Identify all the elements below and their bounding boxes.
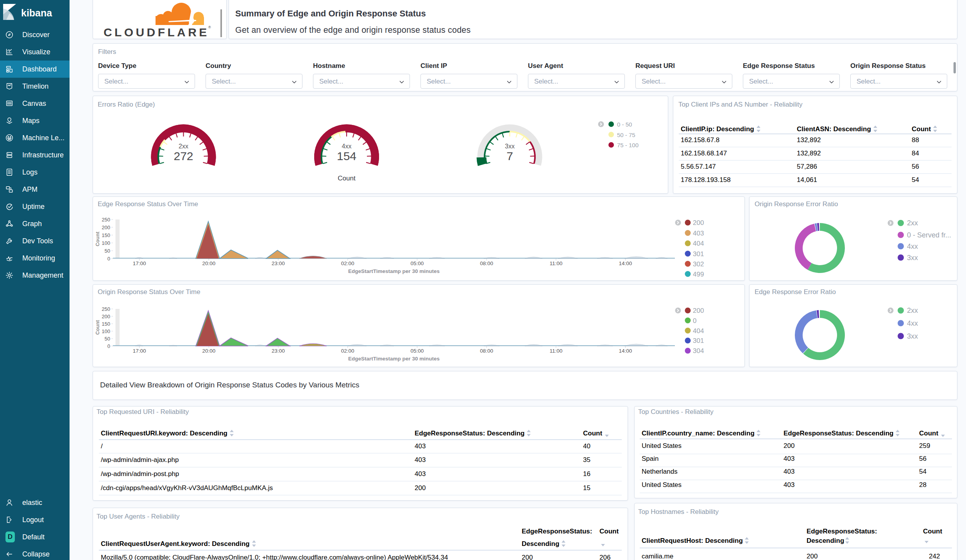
- svg-text:ClientRequestUserAgent.keyword: ClientRequestUserAgent.keyword: Descendi…: [101, 540, 250, 548]
- svg-text:Count: Count: [919, 430, 938, 437]
- svg-text:®: ®: [208, 25, 211, 29]
- svg-text:403: 403: [784, 468, 794, 475]
- svg-text:Count: Count: [923, 528, 942, 535]
- svg-text:02:00: 02:00: [341, 260, 354, 266]
- svg-text:0: 0: [107, 343, 110, 349]
- svg-text:0 - 50: 0 - 50: [617, 121, 632, 128]
- svg-text:Spain: Spain: [642, 455, 658, 462]
- svg-text:178.128.193.158: 178.128.193.158: [681, 176, 731, 184]
- svg-text:272: 272: [174, 150, 193, 162]
- svg-text:/: /: [101, 442, 103, 450]
- svg-text:14:00: 14:00: [619, 348, 632, 354]
- svg-text:Netherlands: Netherlands: [642, 468, 678, 475]
- svg-text:16: 16: [583, 470, 590, 478]
- svg-text:403: 403: [415, 442, 426, 450]
- svg-text:200: 200: [102, 225, 110, 230]
- svg-text:404: 404: [693, 240, 704, 247]
- svg-text:EdgeResponseStatus:: EdgeResponseStatus:: [522, 528, 592, 535]
- svg-text:ClientRequestURI.keyword: Desc: ClientRequestURI.keyword: Descending: [101, 430, 227, 437]
- svg-text:242: 242: [929, 553, 940, 560]
- svg-text:259: 259: [919, 442, 930, 449]
- svg-text:301: 301: [693, 250, 704, 258]
- svg-text:2xx: 2xx: [907, 307, 918, 314]
- svg-text:08:00: 08:00: [480, 260, 493, 266]
- svg-text:403: 403: [784, 455, 794, 462]
- svg-text:20:00: 20:00: [202, 260, 215, 266]
- svg-text:0: 0: [107, 256, 110, 262]
- svg-text:4xx: 4xx: [907, 319, 918, 327]
- svg-text:50: 50: [105, 336, 110, 342]
- svg-text:3xx: 3xx: [907, 332, 918, 340]
- svg-text:100: 100: [102, 328, 110, 334]
- svg-text:150: 150: [102, 232, 110, 238]
- svg-text:200: 200: [102, 314, 110, 319]
- svg-text:ClientIP.country_name: Descend: ClientIP.country_name: Descending: [642, 430, 755, 437]
- svg-text:200: 200: [693, 307, 704, 314]
- svg-text:2xx: 2xx: [179, 143, 188, 150]
- svg-text:162.158.68.147: 162.158.68.147: [681, 150, 727, 157]
- svg-text:404: 404: [693, 327, 704, 335]
- svg-text:162.158.67.8: 162.158.67.8: [681, 136, 719, 144]
- svg-text:4xx: 4xx: [342, 143, 352, 150]
- svg-text:14:00: 14:00: [619, 260, 632, 266]
- svg-text:United States: United States: [642, 442, 682, 449]
- svg-text:ClientIP.ip: Descending: ClientIP.ip: Descending: [681, 125, 754, 133]
- svg-text:20:00: 20:00: [202, 348, 215, 354]
- svg-text:08:00: 08:00: [480, 348, 493, 354]
- svg-text:301: 301: [693, 337, 704, 344]
- svg-text:57,286: 57,286: [797, 163, 817, 170]
- svg-text:Descending: Descending: [522, 540, 559, 548]
- svg-text:403: 403: [693, 230, 704, 237]
- svg-text:23:00: 23:00: [272, 348, 285, 354]
- svg-text:camilia.me: camilia.me: [642, 553, 673, 560]
- svg-text:EdgeStartTimestamp per 30 minu: EdgeStartTimestamp per 30 minutes: [348, 356, 440, 362]
- svg-text:/wp-admin/admin-ajax.php: /wp-admin/admin-ajax.php: [101, 456, 179, 464]
- svg-text:304: 304: [693, 347, 704, 355]
- svg-text:50 - 75: 50 - 75: [617, 132, 635, 138]
- svg-text:17:00: 17:00: [133, 260, 146, 266]
- svg-text:35: 35: [583, 456, 590, 464]
- svg-text:17:00: 17:00: [133, 348, 146, 354]
- svg-text:05:00: 05:00: [411, 260, 424, 266]
- svg-text:Count: Count: [338, 175, 356, 182]
- svg-text:154: 154: [337, 150, 356, 162]
- svg-text:132,892: 132,892: [797, 136, 821, 144]
- svg-text:56: 56: [919, 455, 927, 462]
- svg-text:40: 40: [583, 442, 590, 450]
- svg-text:ClientRequestHost: Descending: ClientRequestHost: Descending: [642, 537, 743, 544]
- svg-text:54: 54: [912, 176, 919, 184]
- svg-text:88: 88: [912, 136, 919, 144]
- svg-text:Descending: Descending: [807, 537, 844, 544]
- svg-text:Count: Count: [583, 430, 602, 437]
- svg-text:Mozilla/5.0 (compatible; Cloud: Mozilla/5.0 (compatible; CloudFlare-Alwa…: [101, 554, 448, 560]
- svg-text:54: 54: [919, 468, 927, 475]
- svg-text:Count: Count: [599, 528, 619, 535]
- svg-text:200: 200: [807, 553, 818, 560]
- svg-text:250: 250: [102, 306, 110, 312]
- svg-text:200: 200: [522, 554, 533, 560]
- svg-text:56: 56: [912, 163, 919, 170]
- svg-text:250: 250: [102, 217, 110, 223]
- svg-text:/cdn-cgi/apps/head/xVgyKhR-vV3: /cdn-cgi/apps/head/xVgyKhR-vV3dAUGhMqfBc…: [101, 484, 273, 492]
- svg-text:75 - 100: 75 - 100: [617, 142, 639, 148]
- svg-text:5.56.57.147: 5.56.57.147: [681, 163, 716, 170]
- svg-text:15: 15: [583, 484, 590, 492]
- svg-text:EdgeStartTimestamp per 30 minu: EdgeStartTimestamp per 30 minutes: [348, 268, 440, 274]
- svg-text:3xx: 3xx: [505, 143, 515, 150]
- svg-text:Count: Count: [912, 125, 931, 133]
- svg-text:/wp-admin/admin-post.php: /wp-admin/admin-post.php: [101, 470, 179, 478]
- svg-text:EdgeResponseStatus:: EdgeResponseStatus:: [807, 528, 877, 535]
- svg-text:200: 200: [415, 484, 426, 492]
- svg-text:200: 200: [784, 442, 794, 449]
- svg-text:0: 0: [693, 317, 696, 325]
- svg-text:403: 403: [415, 456, 426, 464]
- svg-text:2xx: 2xx: [907, 219, 918, 227]
- svg-text:150: 150: [102, 321, 110, 327]
- svg-text:11:00: 11:00: [549, 260, 562, 266]
- svg-text:Count: Count: [95, 320, 100, 335]
- svg-text:CLOUDFLARE: CLOUDFLARE: [104, 26, 209, 38]
- svg-text:23:00: 23:00: [272, 260, 285, 266]
- svg-text:403: 403: [415, 470, 426, 478]
- svg-text:403: 403: [784, 481, 794, 489]
- svg-text:05:00: 05:00: [411, 348, 424, 354]
